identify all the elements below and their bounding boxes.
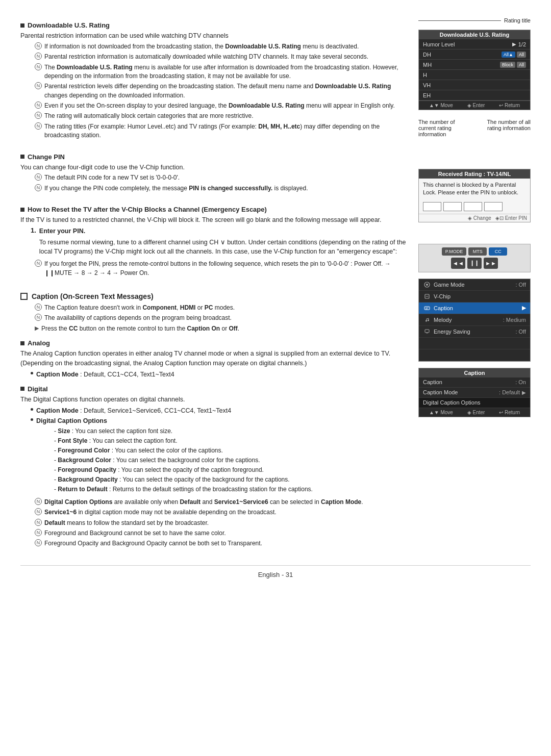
emergency-title: How to Reset the TV after the V-Chip Blo… [28, 206, 267, 213]
pmode-btn[interactable]: P.MODE [442, 247, 466, 256]
digital-bottom-notes: N Digital Caption Options are available … [20, 498, 408, 548]
emergency-header: How to Reset the TV after the V-Chip Blo… [20, 206, 408, 213]
svg-point-7 [425, 320, 427, 321]
note-text-d4: Foreground and Background cannot be set … [44, 529, 226, 538]
digital-caption-mode: Caption Mode : Default, Service1~Service… [36, 406, 231, 415]
step-number: 1. [31, 226, 36, 258]
note-text-4: Parental restriction levels differ depen… [44, 82, 408, 100]
note-text-2: Parental restriction information is auto… [44, 53, 368, 61]
caption-section-header: Caption (On-Screen Text Messages) [20, 292, 408, 300]
note-icon-cap-1: N [35, 304, 42, 311]
humor-level-value: 1/2 [518, 41, 526, 47]
note-item: N Parental restriction levels differ dep… [31, 82, 408, 100]
pin-input-2[interactable] [443, 202, 462, 211]
emergency-panel-footer: ◈ Change ◈⊡ Enter PIN [419, 214, 530, 222]
bullet-icon [20, 208, 24, 212]
digital-caption-dashes: Size : You can select the caption font s… [31, 426, 408, 494]
step-1: 1. Enter your PIN. To resume normal view… [20, 226, 408, 258]
emergency-change: ◈ Change [468, 215, 491, 221]
digital-body: The Digital Captions function operates o… [20, 395, 408, 405]
note-item: N Digital Caption Options are available … [31, 498, 408, 507]
h-label: H [423, 72, 526, 78]
svg-rect-9 [425, 330, 429, 333]
emergency-panel: Received Rating : TV-14/NL This channel … [418, 169, 531, 222]
note-icon-5: N [35, 102, 42, 109]
note-text-cap-3: Press the CC button on the remote contro… [41, 324, 239, 333]
caption-row-label: Caption [423, 379, 515, 385]
setup-row-gamemode: Game Mode : Off [419, 279, 530, 291]
fastforward-btn[interactable]: ►► [484, 258, 498, 269]
footer-text: English - 31 [258, 571, 293, 578]
cc-btn[interactable]: CC [489, 247, 507, 256]
note-text-d1: Digital Caption Options are available on… [44, 498, 363, 507]
pin-input-1[interactable] [423, 202, 441, 211]
rating-panel-row: Humor Level ▶ 1/2 [419, 39, 530, 49]
svg-point-8 [428, 319, 429, 321]
gamemode-icon [423, 281, 431, 289]
pause-btn[interactable]: ❙❙ [467, 258, 482, 269]
bullet-icon [20, 155, 24, 159]
vh-label: VH [423, 82, 526, 88]
note-item: N The default PIN code for a new TV set … [31, 173, 408, 182]
mts-btn[interactable]: MTS [468, 247, 487, 256]
rewind-btn[interactable]: ◄◄ [451, 258, 465, 269]
note-icon-d5: N [35, 539, 42, 546]
remote-bottom-row: ◄◄ ❙❙ ►► [451, 258, 498, 269]
footer-move: ▲▼ Move [429, 103, 453, 108]
dash-item: Size : You can select the caption font s… [46, 426, 408, 436]
rating-info: The number of current rating information… [418, 119, 531, 137]
setup-row-caption[interactable]: Caption ▶ [419, 303, 530, 314]
pin-input-3[interactable] [464, 202, 482, 211]
note-icon-1: N [35, 42, 42, 49]
vchip-icon [423, 292, 431, 300]
bullet-icon [20, 341, 24, 345]
bullet-item: Caption Mode : Default, CC1~CC4, Text1~T… [31, 370, 408, 379]
emergency-panel-body: This channel is blocked by a Parental Lo… [419, 179, 530, 199]
dash-item: Foreground Color : You can select the co… [46, 446, 408, 455]
caption-panel-footer: ▲▼ Move ◈ Enter ↩ Return [419, 408, 530, 417]
rating-title-area: Rating title [418, 17, 531, 23]
footer-enter: ◈ Enter [467, 103, 485, 108]
note-text-cap-1: The Caption feature doesn't work in Comp… [44, 304, 235, 312]
right-column: Rating title Downloadable U.S. Rating Hu… [418, 15, 531, 550]
caption-footer-move: ▲▼ Move [429, 410, 453, 415]
note-item: N Foreground and Background cannot be se… [31, 529, 408, 538]
energy-label: Energy Saving [434, 329, 513, 335]
note-icon-2: N [35, 53, 42, 60]
analog-header: Analog [20, 339, 408, 347]
bullet-icon [20, 23, 24, 28]
step-1-body: To resume normal viewing, tune to a diff… [39, 238, 408, 257]
rating-panel-row-eh: EH [419, 90, 530, 100]
captionmode-row-value: : Default [499, 389, 520, 395]
caption-panel-row-caption: Caption : On [419, 377, 530, 388]
analog-title: Analog [28, 339, 50, 347]
dh-label: DH [423, 52, 500, 58]
rating-info-right: The number of all rating information [485, 119, 531, 137]
note-item: N The availability of captions depends o… [31, 314, 408, 322]
left-column: Downloadable U.S. Rating Parental restri… [20, 15, 408, 550]
page-footer: English - 31 [20, 565, 531, 578]
note-item: N The Caption feature doesn't work in Co… [31, 304, 408, 312]
rating-title-label: Rating title [504, 17, 531, 23]
checkbox-icon [20, 293, 28, 300]
rating-panel-row-vh: VH [419, 80, 530, 90]
digital-caption-options-row-label: Digital Caption Options [423, 399, 526, 406]
rating-panel-row-mh: MH Block All [419, 60, 530, 70]
note-item: N If information is not downloaded from … [31, 42, 408, 51]
vchip-label: V-Chip [434, 293, 523, 299]
setup-row-vchip: V-Chip [419, 291, 530, 303]
mh-label: MH [423, 62, 498, 68]
change-pin-header: Change PIN [20, 153, 408, 161]
note-text-d3: Default means to follow the standard set… [44, 519, 209, 527]
caption-menu-label: Caption [434, 305, 519, 311]
humor-level-label: Humor Level [423, 41, 510, 47]
note-icon-cap-2: N [35, 314, 42, 321]
bullet-item: Digital Caption Options [31, 416, 408, 425]
footer-return: ↩ Return [499, 103, 520, 108]
analog-bullet: Caption Mode : Default, CC1~CC4, Text1~T… [20, 370, 408, 379]
downloadable-rating-title: Downloadable U.S. Rating [28, 21, 110, 29]
pin-input-4[interactable] [484, 202, 503, 211]
change-pin-body: You can change four-digit code to use th… [20, 163, 408, 172]
note-text-5: Even if you set the On-screen display to… [44, 102, 395, 110]
note-icon-4: N [35, 82, 42, 89]
